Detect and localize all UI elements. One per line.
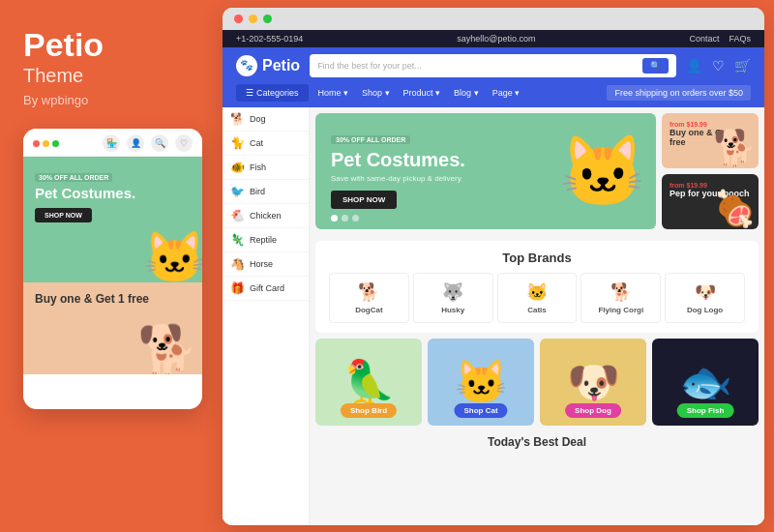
sidebar-dog-label: Dog — [250, 114, 266, 124]
header-links: Contact FAQs — [689, 34, 751, 44]
nav-links: Home ▾ Shop ▾ Product ▾ Blog ▾ Page ▾ — [313, 84, 604, 102]
mobile-hero-title: Pet Costumes. — [35, 186, 191, 202]
header-email: sayhello@petio.com — [457, 34, 535, 44]
hero-dot-1[interactable] — [331, 215, 338, 222]
mobile-search-icon: 🔍 — [151, 134, 168, 152]
hero-side-card-1: from $19.99 Buy one & Get 1 free 🐕 — [662, 113, 759, 168]
wishlist-icon[interactable]: ♡ — [712, 58, 725, 74]
mobile-promo-title: Buy one & Get 1 free — [35, 292, 191, 306]
search-input[interactable]: Find the best for your pet... — [317, 61, 639, 71]
browser-dot-red[interactable] — [234, 15, 243, 23]
brand-dog-logo[interactable]: 🐶 Dog Logo — [665, 273, 745, 323]
hamburger-icon: ☰ — [246, 88, 253, 98]
brand-dogcat[interactable]: 🐕 DogCat — [329, 273, 409, 323]
mobile-promo-section: Buy one & Get 1 free 🐕 — [23, 282, 202, 374]
brands-section: Top Brands 🐕 DogCat 🐺 Husky 🐱 Catis — [315, 241, 759, 333]
mobile-hero-section: 30% OFF ALL ORDER Pet Costumes. SHOP NOW… — [23, 157, 202, 282]
hero-side-dog: 🐕 — [713, 128, 757, 168]
sidebar-item-chicken[interactable]: 🐔 Chicken — [223, 204, 309, 228]
nav-home[interactable]: Home ▾ — [313, 84, 355, 102]
site-logo[interactable]: 🐾 Petio — [236, 55, 300, 76]
cat-icon: 🐈 — [230, 136, 245, 150]
sidebar-bird-label: Bird — [250, 187, 265, 196]
user-icon[interactable]: 👤 — [686, 58, 702, 74]
hero-cat-image: 🐱 — [559, 130, 646, 212]
mobile-user-icon: 👤 — [127, 134, 144, 152]
sidebar-item-horse[interactable]: 🐴 Horse — [223, 252, 309, 277]
brand-flying-corgi-logo: 🐕 — [610, 281, 632, 303]
mobile-shop-button[interactable]: SHOP NOW — [35, 208, 92, 222]
mobile-dot-red — [33, 140, 40, 147]
browser-mockup: +1-202-555-0194 sayhello@petio.com Conta… — [223, 8, 764, 525]
dog-icon: 🐕 — [230, 112, 245, 126]
gift-icon: 🎁 — [230, 281, 245, 295]
site-content: 30% OFF ALL ORDER Pet Costumes. Save wit… — [310, 107, 764, 525]
nav-page[interactable]: Page ▾ — [487, 84, 526, 102]
hero-shop-button[interactable]: SHOP NOW — [331, 191, 397, 209]
shop-cat-button[interactable]: Shop Cat — [454, 403, 507, 418]
logo-text: Petio — [262, 57, 300, 74]
nav-shop[interactable]: Shop ▾ — [356, 84, 396, 102]
shop-bird-card[interactable]: 🦜 Shop Bird — [315, 339, 422, 426]
mobile-mockup: 🏪 👤 🔍 ♡ 30% OFF ALL ORDER Pet Costumes. … — [23, 129, 202, 409]
nav-shipping: Free shipping on orders over $50 — [607, 85, 751, 101]
today-deal-title: Today's Best Deal — [310, 431, 764, 451]
site-sidebar: 🐕 Dog 🐈 Cat 🐠 Fish 🐦 Bird 🐔 Chicken 🦎 — [223, 107, 310, 525]
brand-flying-corgi-name: Flying Corgi — [598, 306, 643, 314]
nav-blog[interactable]: Blog ▾ — [448, 84, 485, 102]
brand-dog-logo-icon: 🐶 — [695, 281, 716, 303]
search-bar: Find the best for your pet... 🔍 — [310, 54, 676, 77]
cart-icon[interactable]: 🛒 — [734, 58, 751, 74]
sidebar-reptile-label: Reptile — [250, 235, 277, 245]
brand-dogcat-name: DogCat — [355, 306, 382, 314]
hero-side-price-1: from $19.99 — [670, 121, 751, 128]
brand-husky-name: Husky — [441, 306, 464, 314]
search-button[interactable]: 🔍 — [642, 58, 669, 74]
brands-title: Top Brands — [329, 251, 745, 265]
brand-catis[interactable]: 🐱 Catis — [497, 273, 578, 323]
header-icons: 👤 ♡ 🛒 — [686, 58, 751, 74]
sidebar-item-fish[interactable]: 🐠 Fish — [223, 156, 309, 180]
brand-husky[interactable]: 🐺 Husky — [413, 273, 493, 323]
mobile-store-icon: 🏪 — [103, 134, 120, 152]
categories-label: Categories — [256, 88, 299, 98]
site-header-top: +1-202-555-0194 sayhello@petio.com Conta… — [223, 30, 764, 47]
hero-dot-3[interactable] — [352, 215, 359, 222]
sidebar-fish-label: Fish — [250, 163, 266, 172]
brands-grid: 🐕 DogCat 🐺 Husky 🐱 Catis 🐕 Flying Corgi — [329, 273, 745, 323]
sidebar-item-giftcard[interactable]: 🎁 Gift Card — [223, 277, 309, 301]
shop-fish-card[interactable]: 🐟 Shop Fish — [652, 339, 759, 426]
nav-categories-button[interactable]: ☰ Categories — [236, 84, 309, 102]
faqs-link[interactable]: FAQs — [729, 34, 751, 44]
brand-dog-logo-name: Dog Logo — [687, 306, 723, 314]
left-panel: Petio Theme By wpbingo 🏪 👤 🔍 ♡ 30% OFF A… — [0, 0, 223, 532]
shop-dog-card[interactable]: 🐶 Shop Dog — [540, 339, 646, 426]
sidebar-item-cat[interactable]: 🐈 Cat — [223, 132, 309, 156]
shop-fish-button[interactable]: Shop Fish — [677, 403, 734, 418]
browser-dot-green[interactable] — [263, 15, 272, 23]
hero-dot-2[interactable] — [342, 215, 348, 222]
shop-cat-card[interactable]: 🐱 Shop Cat — [428, 339, 534, 426]
browser-dot-yellow[interactable] — [249, 15, 257, 23]
shop-bird-button[interactable]: Shop Bird — [341, 403, 397, 418]
hero-side-treat: 🍖 — [713, 189, 757, 229]
sidebar-item-bird[interactable]: 🐦 Bird — [223, 180, 309, 204]
hero-side-cards: from $19.99 Buy one & Get 1 free 🐕 from … — [662, 113, 759, 229]
sidebar-item-reptile[interactable]: 🦎 Reptile — [223, 228, 309, 252]
nav-product[interactable]: Product ▾ — [398, 84, 447, 102]
mobile-promo-dog: 🐕 — [137, 326, 197, 374]
shop-dog-button[interactable]: Shop Dog — [565, 403, 621, 418]
reptile-icon: 🦎 — [230, 233, 245, 247]
mobile-header-icons: 🏪 👤 🔍 ♡ — [103, 134, 193, 152]
sidebar-item-dog[interactable]: 🐕 Dog — [223, 107, 309, 132]
brand-catis-logo: 🐱 — [526, 281, 548, 303]
brand-flying-corgi[interactable]: 🐕 Flying Corgi — [580, 273, 661, 323]
contact-link[interactable]: Contact — [689, 34, 719, 44]
mobile-dot-yellow — [43, 140, 49, 147]
site-nav: ☰ Categories Home ▾ Shop ▾ Product ▾ Blo… — [223, 84, 764, 107]
mobile-cat-image: 🐱 — [143, 232, 202, 282]
bird-icon: 🐦 — [230, 185, 245, 198]
mobile-heart-icon: ♡ — [175, 134, 193, 152]
brand-subtitle: Theme — [23, 65, 199, 87]
site-main: 🐕 Dog 🐈 Cat 🐠 Fish 🐦 Bird 🐔 Chicken 🦎 — [223, 107, 764, 525]
